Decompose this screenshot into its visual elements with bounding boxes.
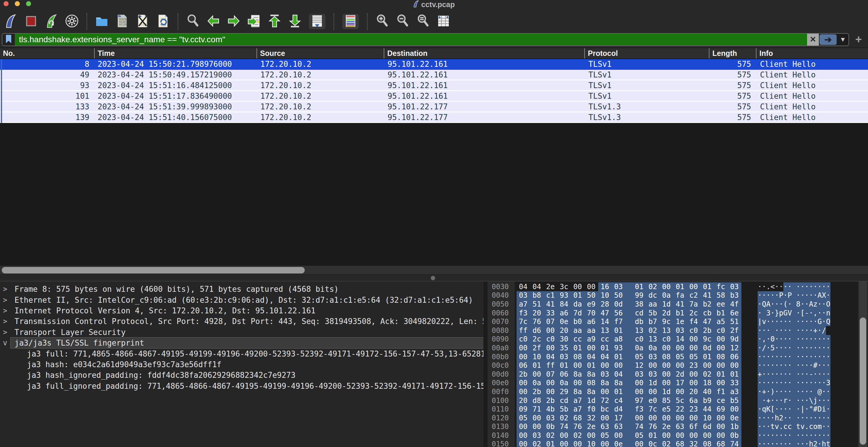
hex-bytes: 20d82bcda71d72c497e0855c6ab9ceb5 bbox=[517, 396, 741, 405]
column-header-destination[interactable]: Destination bbox=[384, 48, 584, 59]
column-header-time[interactable]: Time bbox=[94, 48, 256, 59]
restart-capture-button[interactable] bbox=[45, 14, 58, 29]
hex-row[interactable]: 0050a7514184dae9280d38aa1d417ab2ee4f·QA·… bbox=[488, 300, 868, 309]
expand-icon[interactable]: > bbox=[0, 328, 11, 337]
hex-row[interactable]: 01200500030268320017000000000010000e····… bbox=[488, 414, 868, 422]
hex-row[interactable]: 0080ffd60020aaaa130113021303c02bc02f··· … bbox=[488, 326, 868, 335]
filter-bookmark-button[interactable] bbox=[2, 34, 15, 45]
hex-row[interactable]: 00b000100403080404010503080505010806····… bbox=[488, 352, 868, 361]
hex-ascii: ··· ···· ····+·/ bbox=[758, 326, 826, 335]
packet-row[interactable]: 101 2023-04-24 15:51:17.836490000 172.20… bbox=[0, 91, 868, 102]
hex-row[interactable]: 011009714b5ba7f0bcd4f37ce52223446900·qK[… bbox=[488, 405, 868, 414]
hex-bytes: c02cc030cca9cca8c013c014009c009d bbox=[517, 335, 741, 344]
detail-line[interactable]: >Transport Layer Security bbox=[0, 327, 484, 338]
hex-row[interactable]: 00d02b0007068a8a03040303002d00020101+···… bbox=[488, 370, 868, 379]
hex-row[interactable]: 0150000201000010000e000c026832086874····… bbox=[488, 440, 868, 447]
hex-row[interactable]: 00f0002b00298a8a000100001d002040f1a3·+·)… bbox=[488, 387, 868, 396]
toolbar-separator bbox=[86, 13, 87, 30]
hex-ascii: |v······ ·····G·Q bbox=[758, 317, 830, 326]
hex-bytes: 0003020002000500050100000000000b bbox=[517, 431, 741, 440]
reload-file-button[interactable]: 10101110 bbox=[156, 14, 169, 29]
stop-square-icon bbox=[25, 14, 37, 29]
column-header-info[interactable]: Info bbox=[756, 48, 868, 59]
packet-row[interactable]: 93 2023-04-24 15:51:16.484125000 172.20.… bbox=[0, 80, 868, 91]
hex-bytes: 000201000010000e000c026832086874 bbox=[517, 440, 741, 447]
colorize-button[interactable] bbox=[342, 14, 359, 29]
go-to-packet-button[interactable] bbox=[248, 14, 261, 29]
zoom-out-button[interactable] bbox=[396, 14, 409, 29]
detail-line[interactable]: >Internet Protocol Version 4, Src: 172.2… bbox=[0, 305, 484, 316]
add-filter-button[interactable]: + bbox=[852, 34, 865, 45]
hex-row[interactable]: 00c00601ff01000100001200000023000000····… bbox=[488, 361, 868, 370]
detail-line[interactable]: ja3 hash_ignored_padding: fddf4dc38fa206… bbox=[0, 370, 484, 380]
column-header-length[interactable]: Length bbox=[709, 48, 756, 59]
auto-scroll-button[interactable] bbox=[309, 14, 326, 29]
expand-icon[interactable]: > bbox=[0, 285, 11, 293]
packet-row[interactable]: 139 2023-04-24 15:51:40.156075000 172.20… bbox=[0, 112, 868, 123]
detail-line[interactable]: vja3/ja3s TLS/SSL fingerprint bbox=[0, 338, 484, 348]
collapse-icon[interactable]: v bbox=[0, 339, 11, 347]
hex-vertical-scrollbar[interactable] bbox=[859, 281, 867, 447]
magnifier-plus-icon bbox=[376, 14, 389, 29]
hex-row[interactable]: 010020d82bcda71d72c497e0855c6ab9ceb5 ·+·… bbox=[488, 396, 868, 405]
filter-dropdown-button[interactable]: ▼ bbox=[837, 34, 848, 45]
stop-capture-button[interactable] bbox=[25, 14, 38, 29]
packet-list-horizontal-scrollbar[interactable] bbox=[0, 266, 868, 274]
expand-icon[interactable]: > bbox=[0, 317, 11, 325]
column-header-no[interactable]: No. bbox=[0, 48, 94, 59]
hex-row[interactable]: 00a0002f0035010001930a0a0000000d0012·/·5… bbox=[488, 344, 868, 352]
column-header-protocol[interactable]: Protocol bbox=[584, 48, 709, 59]
find-packet-button[interactable] bbox=[186, 14, 199, 29]
detail-line[interactable]: ja3 full_ignored_padding: 771,4865-4866-… bbox=[0, 381, 484, 391]
vertical-scrollbar-thumb[interactable] bbox=[860, 317, 866, 445]
packet-row[interactable]: 133 2023-04-24 15:51:39.999893000 172.20… bbox=[0, 102, 868, 112]
hex-row[interactable]: 00e0000a000a00088a8a001d001700180033····… bbox=[488, 379, 868, 387]
display-filter-input[interactable]: tls.handshake.extensions_server_name == … bbox=[15, 34, 807, 45]
hex-ascii: ········ ·······3 bbox=[758, 379, 830, 387]
next-packet-button[interactable] bbox=[227, 14, 240, 29]
zoom-in-button[interactable] bbox=[376, 14, 389, 29]
last-packet-button[interactable] bbox=[288, 14, 302, 29]
packet-list-header: No.TimeSourceDestinationProtocolLengthIn… bbox=[0, 48, 868, 59]
green-arrow-down-bar-icon bbox=[288, 14, 302, 29]
hex-bytes: f32033a67d704756cd5b2db12ccbb16e bbox=[517, 309, 741, 317]
close-file-button[interactable]: 01110 bbox=[136, 14, 149, 29]
hex-ascii: ··.<···· ········ bbox=[758, 282, 830, 291]
hex-row[interactable]: 0060f32033a67d704756cd5b2db12ccbb16e· 3·… bbox=[488, 309, 868, 317]
hex-row[interactable]: 004003b8c1930150105099dc0afac24158b3····… bbox=[488, 291, 868, 300]
start-capture-button[interactable] bbox=[4, 14, 17, 29]
hex-ascii: ·QA···(· 8··Az··O bbox=[758, 300, 830, 309]
zoom-reset-button[interactable] bbox=[416, 14, 430, 29]
detail-line[interactable]: >Ethernet II, Src: IntelCor_c9:06:ad (60… bbox=[0, 295, 484, 305]
detail-line[interactable]: >Frame 8: 575 bytes on wire (4600 bits),… bbox=[0, 284, 484, 295]
detail-line[interactable]: ja3 full: 771,4865-4866-4867-49195-49199… bbox=[0, 348, 484, 359]
hex-ascii: ·····P·P ·····AX· bbox=[758, 291, 830, 300]
first-packet-button[interactable] bbox=[268, 14, 281, 29]
capture-options-button[interactable] bbox=[65, 14, 79, 29]
expand-icon[interactable]: > bbox=[0, 307, 11, 315]
hex-row[interactable]: 013000000b74762e636374762e636f6d001b···t… bbox=[488, 422, 868, 431]
hex-row[interactable]: 00707c76070eb0a614f7dbb79c1ef447a551|v··… bbox=[488, 317, 868, 326]
packet-row[interactable]: 8 2023-04-24 15:50:21.798976000 172.20.1… bbox=[0, 59, 868, 70]
splitter-handle[interactable] bbox=[431, 276, 435, 280]
horizontal-scrollbar-thumb[interactable] bbox=[2, 267, 305, 273]
open-file-button[interactable] bbox=[95, 14, 108, 29]
filter-apply-button[interactable]: ➔ bbox=[819, 34, 837, 45]
previous-packet-button[interactable] bbox=[207, 14, 220, 29]
display-filter-box[interactable]: tls.handshake.extensions_server_name == … bbox=[2, 33, 849, 46]
pane-divider[interactable] bbox=[484, 281, 488, 447]
resize-columns-button[interactable] bbox=[437, 14, 450, 29]
bookmark-icon bbox=[5, 35, 12, 45]
detail-line[interactable]: ja3 hash: e034c2a61d9049a3ef93c7a3e56dff… bbox=[0, 359, 484, 370]
packet-row[interactable]: 49 2023-04-24 15:50:49.157219000 172.20.… bbox=[0, 70, 868, 80]
detail-line[interactable]: >Transmission Control Protocol, Src Port… bbox=[0, 316, 484, 327]
hex-ascii: ·/·5···· ········ bbox=[758, 344, 830, 352]
expand-icon[interactable]: > bbox=[0, 296, 11, 304]
column-header-source[interactable]: Source bbox=[256, 48, 384, 59]
hex-row[interactable]: 01400003020002000500050100000000000b····… bbox=[488, 431, 868, 440]
hex-row[interactable]: 0090c02cc030cca9cca8c013c014009c009d·,·0… bbox=[488, 335, 868, 344]
pane-splitter[interactable] bbox=[0, 274, 868, 281]
hex-row[interactable]: 003004042e3c00001603010200010001fc03··.<… bbox=[488, 282, 868, 291]
save-file-button[interactable]: 010100110101110 bbox=[116, 14, 129, 29]
filter-clear-button[interactable]: ✕ bbox=[807, 34, 819, 45]
